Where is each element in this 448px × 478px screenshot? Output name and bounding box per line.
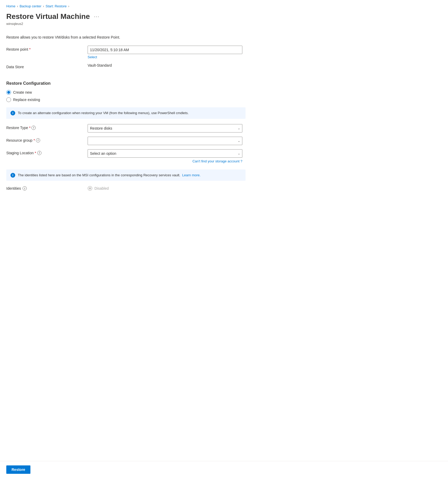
restore-point-row: Restore point * Select (6, 46, 246, 59)
disabled-radio-button (88, 186, 92, 191)
restore-type-label: Restore Type * i (6, 124, 88, 130)
msi-info-box: i The identities listed here are based o… (6, 169, 246, 181)
data-store-row: Data Store Vault-Standard (6, 63, 246, 72)
restore-type-select-wrapper: Restore disks Create virtual machine Rep… (88, 124, 242, 132)
restore-type-info-icon[interactable]: i (31, 126, 36, 130)
resource-group-select[interactable] (88, 137, 242, 145)
staging-location-select[interactable]: Select an option (88, 149, 242, 158)
replace-existing-radio[interactable] (6, 97, 11, 102)
disabled-radio-item: Disabled (88, 186, 109, 191)
resource-group-select-wrapper: ⌄ (88, 137, 242, 145)
restore-point-select-link[interactable]: Select (88, 55, 246, 59)
page-footer: Restore (0, 461, 448, 478)
identities-row: Identities i Disabled (6, 186, 246, 191)
powershell-info-box: i To create an alternate configuration w… (6, 107, 246, 119)
breadcrumb-start-restore[interactable]: Start: Restore (46, 4, 67, 8)
resource-group-info-icon[interactable]: i (36, 138, 40, 142)
data-store-static-value: Vault-Standard (88, 62, 112, 67)
replace-existing-radio-item[interactable]: Replace existing (6, 97, 246, 102)
restore-type-control: Restore disks Create virtual machine Rep… (88, 124, 246, 132)
powershell-info-text: To create an alternate configuration whe… (18, 110, 189, 116)
create-new-label: Create new (13, 90, 32, 94)
staging-location-label: Staging Location * i (6, 149, 88, 155)
page-subtitle: winsqleus2 (6, 22, 246, 26)
data-store-value: Vault-Standard (88, 63, 246, 67)
replace-existing-label: Replace existing (13, 98, 40, 102)
restore-config-radio-group: Create new Replace existing (6, 90, 246, 102)
identities-info-icon[interactable]: i (23, 186, 27, 190)
page-header: Restore Virtual Machine ··· (6, 12, 246, 21)
msi-info-text: The identities listed here are based on … (18, 173, 201, 178)
page-title: Restore Virtual Machine (6, 12, 90, 21)
staging-location-row: Staging Location * i Select an option ⌄ … (6, 149, 246, 163)
breadcrumb-sep-2: › (43, 4, 44, 8)
breadcrumb: Home › Backup center › Start: Restore › (6, 4, 246, 8)
breadcrumb-sep-1: › (17, 4, 18, 8)
powershell-info-icon: i (10, 111, 15, 115)
resource-group-row: Resource group * i ⌄ (6, 137, 246, 145)
identities-label: Identities i (6, 186, 88, 190)
restore-point-required: * (29, 47, 30, 51)
disabled-radio-dot (89, 187, 91, 189)
breadcrumb-sep-3: › (68, 4, 69, 8)
restore-point-label: Restore point * (6, 46, 88, 51)
disabled-label: Disabled (94, 186, 109, 190)
data-store-label: Data Store (6, 63, 88, 69)
restore-point-control: Select (88, 46, 246, 59)
restore-type-select[interactable]: Restore disks Create virtual machine Rep… (88, 124, 242, 132)
learn-more-link[interactable]: Learn more. (182, 173, 201, 177)
staging-location-required: * (35, 151, 36, 155)
restore-button[interactable]: Restore (6, 465, 30, 474)
msi-info-icon: i (10, 173, 15, 178)
resource-group-label: Resource group * i (6, 137, 88, 142)
restore-type-required: * (29, 126, 30, 130)
staging-location-control: Select an option ⌄ Can't find your stora… (88, 149, 246, 163)
more-options-button[interactable]: ··· (92, 13, 101, 20)
page-description: Restore allows you to restore VM/disks f… (6, 35, 246, 39)
create-new-radio[interactable] (6, 90, 11, 95)
create-new-radio-item[interactable]: Create new (6, 90, 246, 95)
breadcrumb-home[interactable]: Home (6, 4, 15, 8)
breadcrumb-backup-center[interactable]: Backup center (20, 4, 41, 8)
resource-group-control: ⌄ (88, 137, 246, 145)
cant-find-storage-link[interactable]: Can't find your storage account ? (88, 159, 242, 163)
staging-location-select-wrapper: Select an option ⌄ (88, 149, 242, 158)
restore-point-input[interactable] (88, 46, 242, 54)
restore-config-section-title: Restore Configuration (6, 81, 246, 86)
restore-type-row: Restore Type * i Restore disks Create vi… (6, 124, 246, 132)
resource-group-required: * (34, 138, 35, 142)
staging-location-info-icon[interactable]: i (37, 151, 41, 155)
